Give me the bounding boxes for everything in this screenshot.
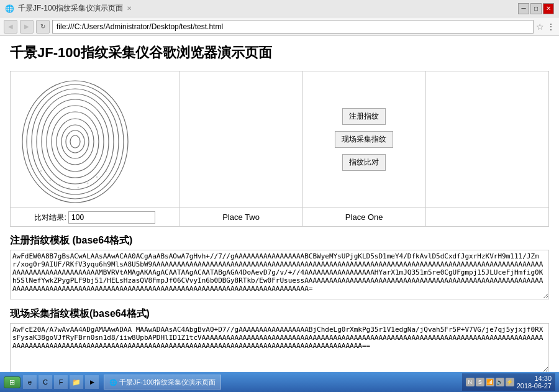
place-two-cell: Place Two (180, 208, 302, 227)
refresh-button[interactable]: ↻ (36, 20, 50, 34)
chrome-icon[interactable]: C (39, 375, 52, 389)
register-fingerprint-button[interactable]: 注册指纹 (342, 108, 386, 125)
tray-icon-sound: 🔊 (496, 378, 504, 386)
clock: 14:30 2018-06-27 (517, 375, 552, 390)
clock-time: 14:30 (517, 375, 552, 382)
system-tray: N S 📶 🔊 ⚡ 14:30 2018-06-27 (462, 373, 555, 391)
svg-point-13 (59, 184, 61, 186)
section2-textarea[interactable]: AwFcE20A/A7wAvAA4ADgAMAAwADAA MAAwADAAsA… (10, 323, 549, 372)
title-bar: 🌐 千景JF-100指纹采集仪演示页面 ✕ ─ □ ✕ (0, 0, 559, 17)
tray-icons: N S 📶 🔊 ⚡ (466, 378, 514, 386)
empty-cell-2 (180, 71, 302, 208)
window-title: 千景JF-100指纹采集仪演示页面 (18, 3, 123, 14)
empty-bottom-cell (425, 208, 548, 227)
tray-icon-5: ⚡ (506, 378, 514, 386)
start-button[interactable]: ⊞ (4, 376, 20, 388)
minimize-button[interactable]: ─ (518, 3, 529, 14)
empty-cell-4 (425, 71, 548, 208)
result-cell: 比对结果: (11, 208, 180, 227)
close-button[interactable]: ✕ (543, 3, 554, 14)
tray-icon-network: 📶 (486, 378, 494, 386)
section1-title: 注册指纹模板 (base64格式) (10, 234, 549, 247)
svg-point-19 (106, 170, 107, 171)
section1-textarea[interactable]: AwFdEW0A8B7gBsACwALAAsAAwACAA0ACgAaABsAO… (10, 250, 549, 299)
address-bar: ◀ ▶ ↻ ☆ ⋮ (0, 17, 559, 36)
windows-icon: ⊞ (9, 378, 15, 386)
buttons-cell: 注册指纹 现场采集指纹 指纹比对 (302, 71, 425, 208)
browser-content: 千景JF-100指纹采集仪谷歌浏览器演示页面 (0, 36, 559, 372)
menu-icon[interactable]: ⋮ (547, 22, 555, 32)
tray-icon-2: S (476, 378, 484, 386)
url-input[interactable] (52, 20, 534, 34)
tray-icon-1: N (466, 378, 475, 386)
media-icon[interactable]: ▶ (85, 375, 99, 389)
page-title: 千景JF-100指纹采集仪谷歌浏览器演示页面 (10, 43, 549, 62)
section2-title: 现场采集指纹模板(base64格式) (10, 308, 549, 321)
forward-button[interactable]: ▶ (20, 20, 34, 34)
maximize-button[interactable]: □ (530, 3, 542, 14)
fingerprint-svg (13, 75, 137, 205)
svg-point-16 (87, 182, 89, 184)
quicklaunch: e C F 📁 ▶ (23, 375, 99, 389)
svg-point-15 (78, 186, 80, 188)
window-controls: ─ □ ✕ (518, 3, 554, 14)
result-label: 比对结果: (34, 213, 66, 222)
place-one-cell: Place One (302, 208, 425, 227)
collect-fingerprint-button[interactable]: 现场采集指纹 (335, 131, 393, 148)
svg-point-14 (68, 187, 70, 189)
place-one-label: Place One (345, 212, 383, 222)
clock-date: 2018-06-27 (517, 382, 552, 390)
back-button[interactable]: ◀ (4, 20, 17, 34)
place-two-label: Place Two (222, 212, 260, 222)
fingerprint-display-cell (11, 71, 180, 208)
svg-point-18 (40, 170, 42, 171)
compare-fingerprint-button[interactable]: 指纹比对 (342, 154, 386, 171)
firefox-icon[interactable]: F (54, 375, 68, 389)
action-buttons-group: 注册指纹 现场采集指纹 指纹比对 (303, 108, 425, 171)
svg-point-17 (96, 176, 98, 178)
table-row-labels: 比对结果: Place Two Place One (11, 208, 549, 227)
svg-point-12 (50, 179, 52, 181)
table-row-main: 注册指纹 现场采集指纹 指纹比对 (11, 71, 549, 208)
taskbar-item-label: 千景JF-100指纹采集仪演示页面 (119, 378, 216, 387)
fingerprint-image (13, 75, 137, 205)
ie-icon[interactable]: e (23, 375, 37, 389)
result-input[interactable] (68, 211, 155, 224)
main-table: 注册指纹 现场采集指纹 指纹比对 比对结果: Place Two Place O… (10, 71, 549, 227)
explorer-icon[interactable]: 📁 (70, 375, 83, 389)
bookmark-icon[interactable]: ☆ (536, 22, 544, 32)
taskbar: ⊞ e C F 📁 ▶ 🌐 千景JF-100指纹采集仪演示页面 N S 📶 🔊 … (0, 372, 559, 392)
taskbar-active-item[interactable]: 🌐 千景JF-100指纹采集仪演示页面 (104, 375, 221, 390)
